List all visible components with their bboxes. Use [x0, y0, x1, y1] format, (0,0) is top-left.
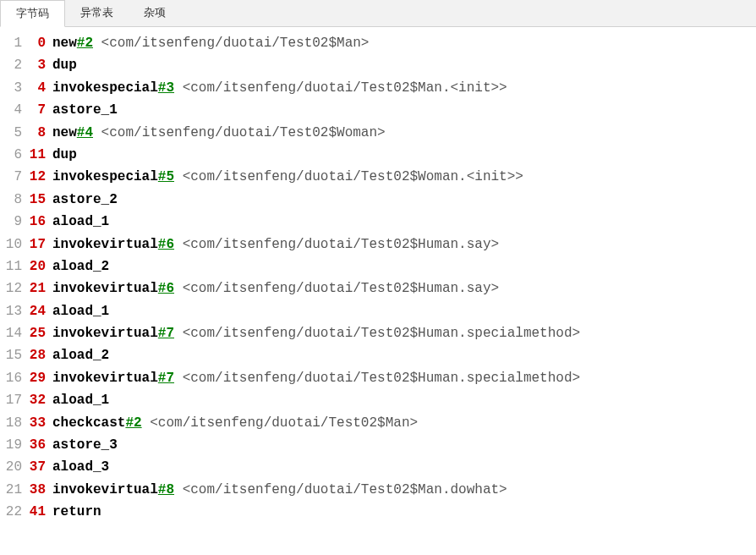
- bytecode-line: 1732aload_1: [0, 389, 756, 411]
- bytecode-line: 1936astore_3: [0, 434, 756, 456]
- bytecode-line: 1120aload_2: [0, 256, 756, 278]
- constant-pool-ref[interactable]: #2: [77, 32, 93, 54]
- program-counter: 32: [27, 389, 52, 411]
- program-counter: 7: [27, 99, 52, 121]
- opcode: astore_2: [52, 189, 118, 211]
- opcode: dup: [52, 54, 77, 76]
- bytecode-line: 2138invokevirtual #8 <com/itsenfeng/duot…: [0, 479, 756, 501]
- bytecode-line: 1221invokevirtual #6 <com/itsenfeng/duot…: [0, 278, 756, 299]
- bytecode-line: 712invokespecial #5 <com/itsenfeng/duota…: [0, 166, 756, 188]
- reference-comment: <com/itsenfeng/duotai/Test02$Human.say>: [174, 234, 499, 256]
- bytecode-line: 916aload_1: [0, 211, 756, 233]
- constant-pool-ref[interactable]: #4: [77, 122, 93, 144]
- program-counter: 16: [27, 211, 52, 233]
- reference-comment: <com/itsenfeng/duotai/Test02$Human.say>: [174, 278, 499, 299]
- program-counter: 33: [27, 412, 52, 434]
- bytecode-line: 34invokespecial #3 <com/itsenfeng/duotai…: [0, 77, 756, 99]
- program-counter: 4: [27, 77, 52, 99]
- opcode: invokevirtual: [52, 278, 158, 299]
- constant-pool-ref[interactable]: #3: [158, 77, 174, 99]
- program-counter: 0: [27, 32, 52, 54]
- constant-pool-ref[interactable]: #2: [125, 412, 141, 434]
- program-counter: 8: [27, 122, 52, 144]
- tab-bytecode[interactable]: 字节码: [0, 0, 65, 27]
- bytecode-line: 1017invokevirtual #6 <com/itsenfeng/duot…: [0, 234, 756, 256]
- bytecode-line: 1324aload_1: [0, 300, 756, 322]
- opcode: new: [52, 122, 77, 144]
- opcode: aload_1: [52, 389, 109, 411]
- line-number: 17: [0, 389, 27, 411]
- opcode: invokevirtual: [52, 479, 158, 501]
- bytecode-line: 1425invokevirtual #7 <com/itsenfeng/duot…: [0, 322, 756, 344]
- line-number: 16: [0, 367, 27, 389]
- program-counter: 29: [27, 367, 52, 389]
- constant-pool-ref[interactable]: #8: [158, 479, 174, 501]
- program-counter: 15: [27, 189, 52, 211]
- opcode: invokevirtual: [52, 367, 158, 389]
- program-counter: 24: [27, 300, 52, 322]
- bytecode-line: 23dup: [0, 54, 756, 76]
- program-counter: 17: [27, 234, 52, 256]
- line-number: 9: [0, 211, 27, 233]
- program-counter: 20: [27, 256, 52, 278]
- constant-pool-ref[interactable]: #7: [158, 367, 174, 389]
- line-number: 3: [0, 77, 27, 99]
- tab-exception-table[interactable]: 异常表: [65, 0, 129, 26]
- bytecode-line: 1629invokevirtual #7 <com/itsenfeng/duot…: [0, 367, 756, 389]
- opcode: aload_2: [52, 256, 109, 278]
- constant-pool-ref[interactable]: #5: [158, 166, 174, 188]
- bytecode-line: 1528aload_2: [0, 344, 756, 366]
- opcode: astore_3: [52, 434, 118, 456]
- opcode: invokespecial: [52, 77, 158, 99]
- opcode: new: [52, 32, 77, 54]
- constant-pool-ref[interactable]: #6: [158, 234, 174, 256]
- reference-comment: <com/itsenfeng/duotai/Test02$Man.<init>>: [174, 77, 507, 99]
- line-number: 5: [0, 122, 27, 144]
- line-number: 12: [0, 278, 27, 299]
- opcode: aload_2: [52, 344, 109, 366]
- line-number: 15: [0, 344, 27, 366]
- opcode: checkcast: [52, 412, 125, 434]
- line-number: 13: [0, 300, 27, 322]
- line-number: 20: [0, 456, 27, 478]
- reference-comment: <com/itsenfeng/duotai/Test02$Woman>: [93, 122, 386, 144]
- line-number: 6: [0, 144, 27, 166]
- line-number: 4: [0, 99, 27, 121]
- tab-misc[interactable]: 杂项: [129, 0, 181, 26]
- line-number: 14: [0, 322, 27, 344]
- bytecode-listing: 10new #2 <com/itsenfeng/duotai/Test02$Ma…: [0, 27, 756, 524]
- bytecode-line: 10new #2 <com/itsenfeng/duotai/Test02$Ma…: [0, 32, 756, 54]
- reference-comment: <com/itsenfeng/duotai/Test02$Man>: [142, 412, 418, 434]
- bytecode-line: 2037aload_3: [0, 456, 756, 478]
- program-counter: 11: [27, 144, 52, 166]
- constant-pool-ref[interactable]: #7: [158, 322, 174, 344]
- bytecode-line: 611dup: [0, 144, 756, 166]
- line-number: 7: [0, 166, 27, 188]
- reference-comment: <com/itsenfeng/duotai/Test02$Man>: [93, 32, 369, 54]
- line-number: 1: [0, 32, 27, 54]
- opcode: aload_1: [52, 300, 109, 322]
- bytecode-line: 815astore_2: [0, 189, 756, 211]
- opcode: aload_3: [52, 456, 109, 478]
- reference-comment: <com/itsenfeng/duotai/Test02$Human.speci…: [174, 322, 580, 344]
- constant-pool-ref[interactable]: #6: [158, 278, 174, 299]
- bytecode-line: 47astore_1: [0, 99, 756, 121]
- bytecode-line: 1833checkcast #2 <com/itsenfeng/duotai/T…: [0, 412, 756, 434]
- line-number: 11: [0, 256, 27, 278]
- line-number: 21: [0, 479, 27, 501]
- program-counter: 41: [27, 501, 52, 523]
- program-counter: 25: [27, 322, 52, 344]
- reference-comment: <com/itsenfeng/duotai/Test02$Man.dowhat>: [174, 479, 507, 501]
- line-number: 22: [0, 501, 27, 523]
- opcode: aload_1: [52, 211, 109, 233]
- opcode: astore_1: [52, 99, 118, 121]
- line-number: 18: [0, 412, 27, 434]
- reference-comment: <com/itsenfeng/duotai/Test02$Human.speci…: [174, 367, 580, 389]
- line-number: 2: [0, 54, 27, 76]
- bytecode-line: 58new #4 <com/itsenfeng/duotai/Test02$Wo…: [0, 122, 756, 144]
- program-counter: 3: [27, 54, 52, 76]
- line-number: 19: [0, 434, 27, 456]
- program-counter: 21: [27, 278, 52, 299]
- reference-comment: <com/itsenfeng/duotai/Test02$Woman.<init…: [174, 166, 523, 188]
- program-counter: 36: [27, 434, 52, 456]
